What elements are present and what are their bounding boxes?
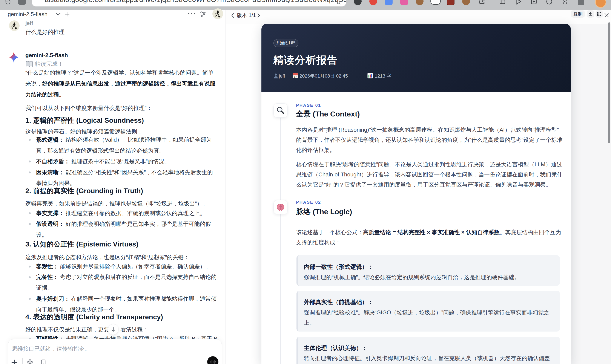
svg-text:17: 17 <box>294 75 297 78</box>
